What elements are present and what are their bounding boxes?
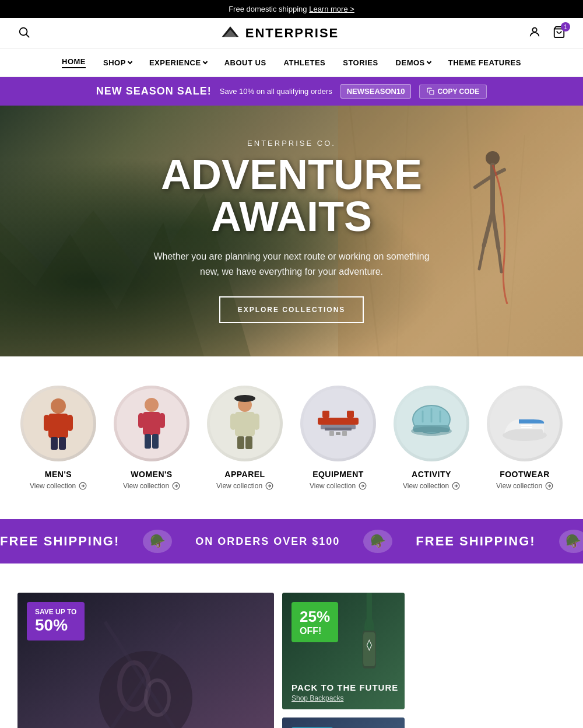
svg-rect-60 xyxy=(336,432,340,435)
search-icon[interactable] xyxy=(17,26,30,41)
announcement-bar: Free domestic shipping Learn more > xyxy=(0,0,583,18)
shipping-text-2: FREE SHIPPING! xyxy=(416,534,535,549)
svg-rect-43 xyxy=(235,412,255,436)
shipping-item-1: FREE SHIPPING! xyxy=(0,534,120,549)
nav-experience[interactable]: EXPERIENCE xyxy=(149,58,207,67)
copy-code-label: COPY CODE xyxy=(437,88,479,96)
category-womens-image xyxy=(114,386,189,461)
shipping-banner: FREE SHIPPING! 🪖 ON ORDERS OVER $100 🪖 F… xyxy=(0,519,583,564)
svg-rect-36 xyxy=(159,413,165,428)
header-icons: 1 xyxy=(528,26,566,41)
featured-badge-sale: SAVE UP TO 50% xyxy=(27,602,85,640)
hero-title: ADVENTURE AWAITS xyxy=(153,153,429,237)
svg-line-21 xyxy=(479,246,484,269)
main-nav: HOME SHOP EXPERIENCE ABOUT US ATHLETES S… xyxy=(0,49,583,77)
category-footwear-link[interactable]: View collection xyxy=(496,482,553,490)
copy-code-button[interactable]: COPY CODE xyxy=(419,85,487,99)
nav-home[interactable]: HOME xyxy=(62,57,86,68)
featured-grid: SAVE UP TO 50% xyxy=(17,593,566,728)
shipping-marquee: FREE SHIPPING! 🪖 ON ORDERS OVER $100 🪖 F… xyxy=(0,530,583,553)
category-womens-name: WOMEN'S xyxy=(131,470,172,479)
svg-rect-27 xyxy=(67,415,73,431)
nav-demos[interactable]: DEMOS xyxy=(396,58,431,67)
category-activity[interactable]: ACTIVITY View collection xyxy=(391,386,472,490)
svg-rect-59 xyxy=(342,431,347,436)
svg-rect-46 xyxy=(237,436,244,449)
nav-theme-features[interactable]: THEME FEATURES xyxy=(448,58,521,67)
category-equipment-link[interactable]: View collection xyxy=(310,482,367,490)
svg-point-4 xyxy=(532,28,536,32)
svg-rect-44 xyxy=(230,414,236,430)
announcement-link[interactable]: Learn more > xyxy=(309,5,354,13)
hero-section: ENTERPRISE CO. ADVENTURE AWAITS Whether … xyxy=(0,106,583,356)
categories-grid: MEN'S View collection WOMEN'S View colle… xyxy=(17,386,566,490)
category-footwear[interactable]: FOOTWEAR View collection xyxy=(484,386,566,490)
hero-subtitle: Whether you are planning your next route… xyxy=(153,249,429,279)
featured-badge-backpacks: 25% OFF! xyxy=(292,602,338,642)
svg-rect-87 xyxy=(367,593,372,628)
nav-about[interactable]: ABOUT US xyxy=(224,58,266,67)
helmet-icon-2: 🪖 xyxy=(363,530,392,553)
svg-rect-58 xyxy=(329,431,334,436)
hero-brand: ENTERPRISE CO. xyxy=(153,139,429,148)
featured-section: SAVE UP TO 50% xyxy=(0,564,583,728)
category-womens[interactable]: WOMEN'S View collection xyxy=(111,386,192,490)
category-equipment[interactable]: EQUIPMENT View collection xyxy=(297,386,379,490)
category-mens[interactable]: MEN'S View collection xyxy=(17,386,99,490)
category-activity-link[interactable]: View collection xyxy=(403,482,460,490)
svg-line-17 xyxy=(475,176,493,187)
shipping-item-2: ON ORDERS OVER $100 xyxy=(195,536,340,548)
category-apparel-name: APPAREL xyxy=(224,470,265,479)
category-apparel-image xyxy=(207,386,283,461)
logo[interactable]: ENTERPRISE xyxy=(220,25,339,41)
sale-text: NEW SEASON SALE! xyxy=(96,85,212,97)
svg-rect-45 xyxy=(254,414,259,430)
cart-icon[interactable]: 1 xyxy=(553,26,566,41)
shipping-sub: ON ORDERS OVER $100 xyxy=(195,536,340,548)
helmet-icon-1: 🪖 xyxy=(143,530,172,553)
svg-rect-55 xyxy=(347,411,354,418)
category-mens-image xyxy=(20,386,96,461)
featured-card-footwear[interactable]: FROM $30 BEST FOOT FORWARD Shop Footwear xyxy=(282,718,405,728)
featured-info-backpacks: PACK TO THE FUTURE Shop Backpacks xyxy=(292,682,398,702)
svg-rect-38 xyxy=(152,434,159,449)
svg-rect-47 xyxy=(245,436,252,449)
category-footwear-image xyxy=(487,386,563,461)
promo-code: NEWSEASON10 xyxy=(340,84,412,99)
svg-rect-35 xyxy=(138,413,144,428)
nav-stories[interactable]: STORIES xyxy=(343,58,378,67)
hero-content: ENTERPRISE CO. ADVENTURE AWAITS Whether … xyxy=(142,127,441,335)
category-womens-link[interactable]: View collection xyxy=(123,482,180,490)
logo-text: ENTERPRISE xyxy=(245,26,339,41)
featured-card-backpacks[interactable]: 25% OFF! PACK TO THE FUTURE Shop Backpac… xyxy=(282,593,405,709)
svg-rect-54 xyxy=(322,411,329,418)
featured-card-sale[interactable]: SAVE UP TO 50% xyxy=(17,593,274,728)
shipping-item-3: FREE SHIPPING! xyxy=(416,534,535,549)
promo-bar: NEW SEASON SALE! Save 10% on all qualify… xyxy=(0,77,583,106)
svg-rect-57 xyxy=(325,428,352,430)
announcement-text: Free domestic shipping xyxy=(229,5,307,13)
svg-rect-28 xyxy=(51,437,58,450)
account-icon[interactable] xyxy=(528,26,541,41)
category-activity-image xyxy=(394,386,469,461)
cart-badge: 1 xyxy=(561,22,570,32)
nav-athletes[interactable]: ATHLETES xyxy=(284,58,326,67)
category-activity-name: ACTIVITY xyxy=(412,470,451,479)
svg-rect-29 xyxy=(59,437,66,450)
svg-point-24 xyxy=(51,398,66,414)
category-equipment-image xyxy=(300,386,376,461)
svg-rect-37 xyxy=(145,434,151,449)
category-mens-name: MEN'S xyxy=(45,470,72,479)
promo-description: Save 10% on all qualifying orders xyxy=(220,87,332,96)
svg-point-33 xyxy=(145,398,159,412)
category-apparel-link[interactable]: View collection xyxy=(216,482,273,490)
svg-line-19 xyxy=(484,211,493,246)
svg-rect-25 xyxy=(48,414,68,438)
helmet-icon-3: 🪖 xyxy=(559,530,583,553)
explore-collections-button[interactable]: EXPLORE COLLECTIONS xyxy=(219,296,364,323)
category-apparel[interactable]: APPAREL View collection xyxy=(204,386,286,490)
svg-rect-34 xyxy=(143,412,160,435)
category-mens-link[interactable]: View collection xyxy=(30,482,87,490)
svg-point-67 xyxy=(411,426,452,436)
nav-shop[interactable]: SHOP xyxy=(103,58,132,67)
